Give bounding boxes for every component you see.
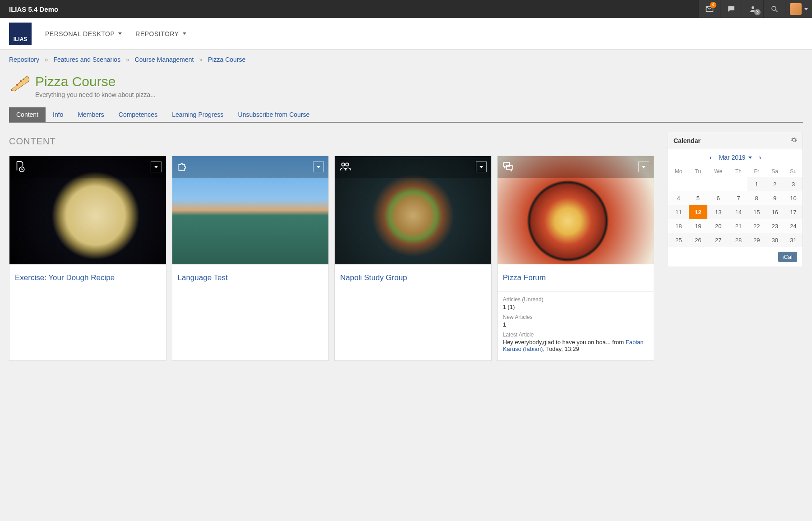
cal-day[interactable]: 15 — [747, 205, 766, 219]
breadcrumb: Repository » Features and Scenarios » Co… — [0, 50, 812, 69]
contacts-badge: 3 — [754, 9, 761, 15]
topbar: ILIAS 5.4 Demo 4 3 — [0, 0, 812, 18]
tab-info[interactable]: Info — [46, 107, 70, 122]
tab-unsubscribe[interactable]: Unsubscribe from Course — [231, 107, 317, 122]
card-title[interactable]: Language Test — [178, 273, 323, 282]
svg-point-5 — [23, 78, 24, 80]
puzzle-icon — [177, 161, 189, 174]
avatar — [790, 3, 802, 15]
new-articles-label: New Articles — [503, 314, 649, 320]
card-image — [172, 156, 329, 264]
cal-day[interactable]: 25 — [668, 233, 689, 247]
ical-button[interactable]: iCal — [778, 252, 797, 262]
tab-learning-progress[interactable]: Learning Progress — [165, 107, 231, 122]
app-title: ILIAS 5.4 Demo — [0, 5, 67, 13]
chat-icon[interactable] — [720, 0, 742, 18]
card-actions-dropdown[interactable] — [313, 161, 324, 172]
card-image — [335, 156, 491, 264]
tabs: Content Info Members Competences Learnin… — [9, 107, 803, 123]
nav-personal-desktop[interactable]: PERSONAL DESKTOP — [45, 30, 122, 37]
svg-point-3 — [16, 84, 18, 86]
svg-point-7 — [341, 163, 345, 166]
mail-icon[interactable]: 4 — [698, 0, 720, 18]
cal-day[interactable]: 2 — [766, 177, 784, 191]
card-title[interactable]: Pizza Forum — [503, 273, 649, 282]
cal-day[interactable]: 29 — [747, 233, 766, 247]
cal-next-icon[interactable]: › — [757, 153, 764, 162]
cal-day[interactable]: 22 — [747, 219, 766, 233]
card-actions-dropdown[interactable] — [638, 161, 649, 172]
contacts-icon[interactable]: 3 — [742, 0, 763, 18]
search-icon[interactable] — [763, 0, 785, 18]
cal-day[interactable]: 1 — [747, 177, 766, 191]
svg-point-8 — [346, 163, 349, 166]
cal-day[interactable]: 4 — [668, 191, 689, 205]
cal-day[interactable]: 30 — [766, 233, 784, 247]
cal-day[interactable]: 23 — [766, 219, 784, 233]
page-header: Pizza Course Everything you need to know… — [0, 69, 812, 107]
cal-day-header: Tu — [689, 166, 707, 177]
cal-day[interactable]: 27 — [707, 233, 729, 247]
cal-day-header: Su — [784, 166, 803, 177]
card-actions-dropdown[interactable] — [476, 161, 487, 172]
svg-point-1 — [772, 6, 776, 10]
calendar-grid: MoTuWeThFrSaSu 1234567891011121314151617… — [668, 166, 803, 247]
tab-competences[interactable]: Competences — [111, 107, 165, 122]
cal-day-header: Mo — [668, 166, 689, 177]
cal-day[interactable]: 14 — [729, 205, 747, 219]
card-grid: Exercise: Your Dough Recipe Language Tes… — [9, 156, 654, 361]
cal-day[interactable]: 6 — [707, 191, 729, 205]
card-pizza-forum[interactable]: Pizza Forum Articles (Unread) 1 (1) New … — [497, 156, 655, 361]
cal-day[interactable]: 3 — [784, 177, 803, 191]
nav-repository[interactable]: REPOSITORY — [135, 30, 186, 37]
navbar: ILIAS PERSONAL DESKTOP REPOSITORY — [0, 18, 812, 50]
cal-day[interactable]: 8 — [747, 191, 766, 205]
tab-content[interactable]: Content — [9, 107, 46, 122]
card-title[interactable]: Napoli Study Group — [340, 273, 486, 282]
cal-day[interactable]: 28 — [729, 233, 747, 247]
breadcrumb-item[interactable]: Course Management — [135, 56, 194, 63]
card-exercise[interactable]: Exercise: Your Dough Recipe — [9, 156, 166, 361]
cal-day[interactable]: 11 — [668, 205, 689, 219]
articles-label: Articles (Unread) — [503, 296, 649, 303]
cal-day[interactable]: 19 — [689, 219, 707, 233]
cal-day[interactable]: 18 — [668, 219, 689, 233]
cal-day — [689, 177, 707, 191]
card-title[interactable]: Exercise: Your Dough Recipe — [15, 273, 161, 282]
new-articles-value: 1 — [503, 321, 649, 328]
cal-day[interactable]: 10 — [784, 191, 803, 205]
cal-day[interactable]: 31 — [784, 233, 803, 247]
user-menu[interactable] — [785, 0, 812, 18]
tab-members[interactable]: Members — [70, 107, 111, 122]
cal-day[interactable]: 20 — [707, 219, 729, 233]
breadcrumb-item[interactable]: Repository — [9, 56, 39, 63]
calendar-title: Calendar — [674, 137, 701, 144]
cal-day[interactable]: 21 — [729, 219, 747, 233]
gear-icon[interactable] — [791, 137, 797, 144]
logo[interactable]: ILIAS — [9, 23, 32, 45]
breadcrumb-item[interactable]: Pizza Course — [208, 56, 245, 63]
cal-day[interactable]: 16 — [766, 205, 784, 219]
card-language-test[interactable]: Language Test — [172, 156, 329, 361]
cal-day[interactable]: 26 — [689, 233, 707, 247]
cal-day[interactable]: 24 — [784, 219, 803, 233]
cal-day[interactable]: 12 — [689, 205, 707, 219]
cal-day[interactable]: 13 — [707, 205, 729, 219]
card-actions-dropdown[interactable] — [151, 161, 161, 172]
cal-day — [729, 177, 747, 191]
cal-day[interactable]: 5 — [689, 191, 707, 205]
cal-month-selector[interactable]: Mar 2019 — [719, 154, 752, 161]
breadcrumb-item[interactable]: Features and Scenarios — [54, 56, 121, 63]
card-napoli-group[interactable]: Napoli Study Group — [334, 156, 492, 361]
cal-prev-icon[interactable]: ‹ — [707, 153, 715, 162]
cal-day[interactable]: 7 — [729, 191, 747, 205]
cal-day — [668, 177, 689, 191]
cal-day-header: Fr — [747, 166, 766, 177]
cal-day[interactable]: 17 — [784, 205, 803, 219]
cal-day-header: Th — [729, 166, 747, 177]
page-subtitle: Everything you need to know about pizza.… — [35, 91, 156, 98]
cal-day-header: We — [707, 166, 729, 177]
card-image — [498, 156, 654, 264]
cal-day[interactable]: 9 — [766, 191, 784, 205]
page-title: Pizza Course — [35, 74, 156, 89]
